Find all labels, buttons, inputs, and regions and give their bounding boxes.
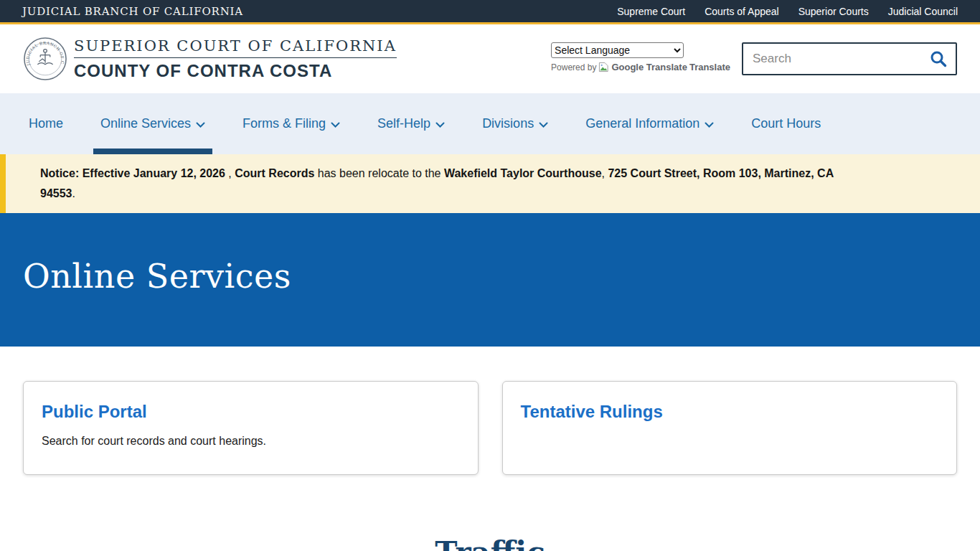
main-nav: HomeOnline ServicesForms & FilingSelf-He… [0,93,980,154]
nav-item-label: Divisions [482,116,534,131]
chevron-down-icon [705,122,714,128]
broken-image-icon [598,62,609,72]
site-title-line2: COUNTY OF CONTRA COSTA [74,58,397,81]
nav-item-label: Online Services [100,116,191,131]
utility-bar: JUDICIAL BRANCH OF CALIFORNIA Supreme Co… [0,0,980,24]
language-select[interactable]: Select Language [551,42,684,58]
utility-link-supreme-court[interactable]: Supreme Court [617,6,685,17]
card-description: Search for court records and court heari… [42,435,460,448]
notice-segment: , [225,167,235,179]
notice-segment: Notice: Effective January 12, 2026 [40,167,225,179]
chevron-down-icon [435,122,445,128]
nav-item-home[interactable]: Home [22,93,70,154]
judicial-branch-brand: JUDICIAL BRANCH OF CALIFORNIA [22,5,243,18]
chevron-down-icon [539,122,548,128]
notice-segment: Wakefield Taylor Courthouse [444,167,602,179]
site-header: JUDICIAL BRANCH OF CALIFORNIA SUPERIOR C… [0,24,980,93]
notice-text: Notice: Effective January 12, 2026 , Cou… [40,164,865,204]
search-box [742,42,957,75]
site-title-line1: SUPERIOR COURT OF CALIFORNIA [74,37,397,58]
nav-item-self-help[interactable]: Self-Help [370,93,452,154]
hero-banner: Online Services [0,213,980,347]
utility-link-courts-of-appeal[interactable]: Courts of Appeal [705,6,779,17]
search-button[interactable] [929,50,948,68]
search-icon [929,50,948,68]
utility-links: Supreme CourtCourts of AppealSuperior Co… [598,6,958,17]
nav-item-divisions[interactable]: Divisions [475,93,555,154]
page-title: Online Services [23,257,291,296]
nav-item-label: Court Hours [751,116,821,131]
notice-banner: Notice: Effective January 12, 2026 , Cou… [0,154,980,213]
translate-widget: Select Language Powered by Google Transl… [551,42,730,72]
court-seal-icon: JUDICIAL BRANCH OF CALIFORNIA [23,37,67,81]
utility-link-judicial-council[interactable]: Judicial Council [888,6,958,17]
utility-link-superior-courts[interactable]: Superior Courts [798,6,869,17]
nav-item-label: General Information [585,116,699,131]
card-title[interactable]: Public Portal [42,403,460,420]
nav-item-general-information[interactable]: General Information [578,93,721,154]
nav-item-label: Self-Help [377,116,430,131]
google-translate-alt-text: Google Translate [611,62,687,72]
translate-link[interactable]: Translate [689,62,730,72]
translate-attribution: Powered by Google Translate Translate [551,62,730,72]
nav-item-label: Forms & Filing [242,116,326,131]
nav-item-forms-filing[interactable]: Forms & Filing [235,93,347,154]
search-input[interactable] [751,51,929,67]
card-title[interactable]: Tentative Rulings [521,403,939,420]
header-right: Select Language Powered by Google Transl… [551,42,957,75]
chevron-down-icon [196,122,205,128]
notice-segment: Court Records [235,167,314,179]
card-tentative-rulings[interactable]: Tentative Rulings [502,381,958,475]
chevron-down-icon [331,122,340,128]
nav-item-label: Home [29,116,63,131]
site-title: SUPERIOR COURT OF CALIFORNIA COUNTY OF C… [74,37,397,81]
card-public-portal[interactable]: Public PortalSearch for court records an… [23,381,479,475]
cards-row: Public PortalSearch for court records an… [0,347,980,475]
nav-item-court-hours[interactable]: Court Hours [744,93,828,154]
section-heading-traffic: Traffic [0,535,980,551]
powered-by-label: Powered by [551,62,596,72]
notice-segment: . [72,187,75,199]
nav-item-online-services[interactable]: Online Services [93,93,212,154]
notice-segment: has been relocate to the [314,167,444,179]
